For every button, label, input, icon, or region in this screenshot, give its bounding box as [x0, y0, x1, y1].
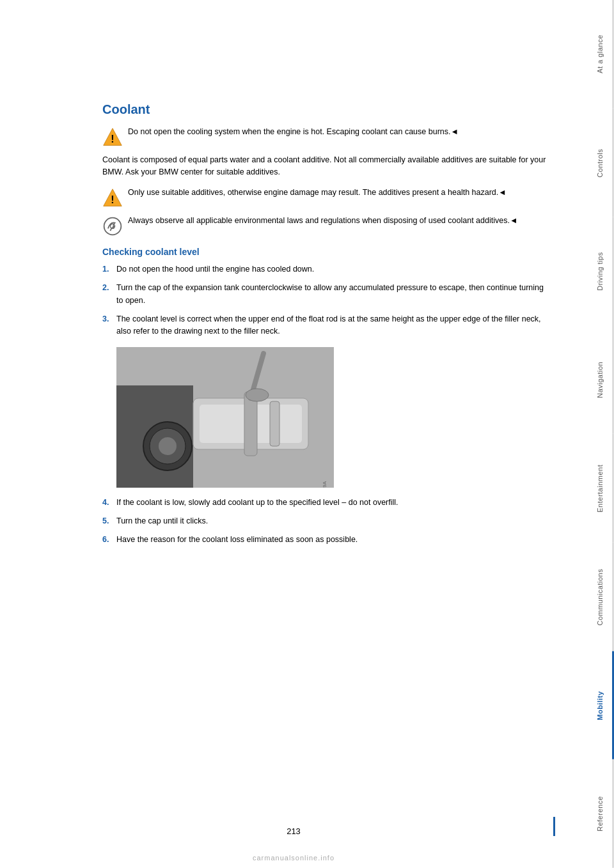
sidebar-tab-label-driving-tips: Driving tips	[596, 252, 604, 290]
page-container: Coolant ! Do not open the cooling system…	[0, 0, 614, 868]
sidebar-tab-mobility[interactable]: Mobility	[587, 651, 614, 760]
step-num-1: 1.	[102, 263, 116, 275]
watermark: carmanualsonline.info	[253, 854, 335, 862]
step-num-5: 5.	[102, 515, 116, 527]
warning-icon-1: !	[102, 127, 123, 148]
list-item: 4. If the coolant is low, slowly add coo…	[102, 497, 549, 509]
list-item: 1. Do not open the hood until the engine…	[102, 263, 549, 275]
step-text-3: The coolant level is correct when the up…	[116, 313, 549, 338]
step-num-2: 2.	[102, 282, 116, 294]
sidebar-tab-communications[interactable]: Communications	[587, 543, 614, 651]
sidebar-tab-label-controls: Controls	[596, 148, 604, 177]
svg-text:P90CE359A: P90CE359A	[322, 481, 327, 488]
main-content: Coolant ! Do not open the cooling system…	[0, 0, 587, 868]
sidebar-tab-label-entertainment: Entertainment	[596, 464, 604, 512]
svg-text:!: !	[111, 134, 114, 144]
step-text-4: If the coolant is low, slowly add coolan…	[116, 497, 549, 509]
list-item: 3. The coolant level is correct when the…	[102, 313, 549, 338]
page-line	[553, 817, 555, 836]
list-item: 6. Have the reason for the coolant loss …	[102, 534, 549, 546]
step-text-6: Have the reason for the coolant loss eli…	[116, 534, 549, 546]
steps-list: 1. Do not open the hood until the engine…	[102, 263, 549, 338]
sidebar-tab-label-at-a-glance: At a glance	[596, 35, 604, 74]
body-text-1: Coolant is composed of equal parts water…	[102, 154, 549, 179]
subsection-title: Checking coolant level	[102, 247, 549, 257]
step-num-6: 6.	[102, 534, 116, 546]
sidebar-tab-controls[interactable]: Controls	[587, 109, 614, 217]
sidebar-tab-entertainment[interactable]: Entertainment	[587, 434, 614, 543]
step-num-3: 3.	[102, 313, 116, 325]
sidebar: At a glance Controls Driving tips Naviga…	[587, 0, 614, 868]
step-text-1: Do not open the hood until the engine ha…	[116, 263, 549, 275]
sidebar-tab-navigation[interactable]: Navigation	[587, 325, 614, 434]
svg-rect-14	[270, 401, 279, 446]
warning-text-1: Do not open the cooling system when the …	[128, 126, 459, 138]
warning-text-3: Always observe all applicable environmen…	[128, 215, 517, 227]
sidebar-tab-driving-tips[interactable]: Driving tips	[587, 217, 614, 326]
sidebar-tab-label-communications: Communications	[596, 568, 604, 625]
coolant-image: P90CE359A	[116, 347, 334, 488]
main-title: Coolant	[102, 102, 549, 117]
step-num-4: 4.	[102, 497, 116, 509]
warning-box-3: Always observe all applicable environmen…	[102, 215, 549, 236]
sidebar-tab-label-navigation: Navigation	[596, 362, 604, 398]
sidebar-tab-label-reference: Reference	[596, 796, 604, 832]
svg-point-10	[159, 437, 177, 455]
step-text-2: Turn the cap of the expansion tank count…	[116, 282, 549, 307]
svg-text:!: !	[111, 194, 114, 205]
env-icon	[102, 216, 123, 236]
steps-list-2: 4. If the coolant is low, slowly add coo…	[102, 497, 549, 546]
warning-box-1: ! Do not open the cooling system when th…	[102, 126, 549, 148]
sidebar-tab-label-mobility: Mobility	[596, 691, 604, 720]
svg-point-4	[104, 217, 122, 235]
sidebar-tab-at-a-glance[interactable]: At a glance	[587, 0, 614, 109]
list-item: 5. Turn the cap until it clicks.	[102, 515, 549, 527]
sidebar-tab-reference[interactable]: Reference	[587, 759, 614, 868]
step-text-5: Turn the cap until it clicks.	[116, 515, 549, 527]
warning-icon-2: !	[102, 188, 123, 208]
svg-point-16	[246, 389, 269, 401]
warning-box-2: ! Only use suitable additives, otherwise…	[102, 187, 549, 208]
warning-text-2: Only use suitable additives, otherwise e…	[128, 187, 507, 199]
list-item: 2. Turn the cap of the expansion tank co…	[102, 282, 549, 307]
page-number: 213	[287, 826, 301, 836]
